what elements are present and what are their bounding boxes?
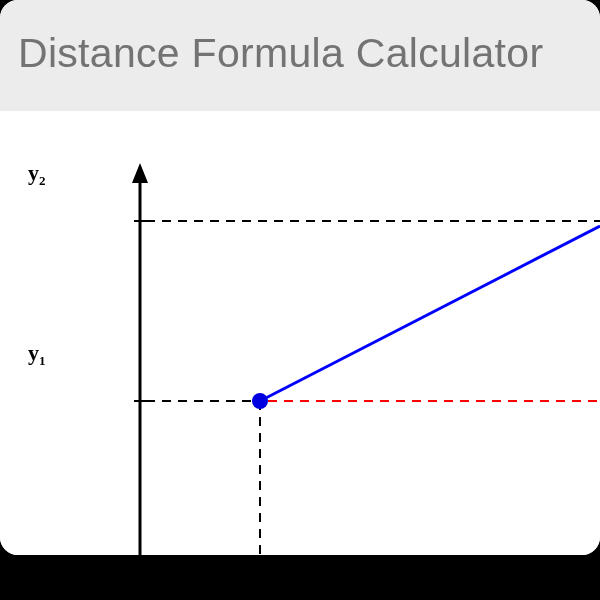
page-title: Distance Formula Calculator: [18, 30, 582, 77]
point-p1: [252, 393, 268, 409]
distance-segment: [260, 226, 600, 401]
distance-diagram: [60, 161, 600, 555]
label-y2-sub: 2: [39, 173, 46, 188]
label-y1-base: y: [28, 340, 39, 365]
y-axis-arrow-icon: [132, 163, 148, 183]
label-y2: y2: [28, 160, 46, 189]
label-y1-sub: 1: [39, 353, 46, 368]
label-y1: y1: [28, 340, 46, 369]
card-header: Distance Formula Calculator: [0, 0, 600, 111]
calculator-card: Distance Formula Calculator: [0, 0, 600, 555]
label-y2-base: y: [28, 160, 39, 185]
diagram-area: y2 y1: [0, 111, 600, 555]
